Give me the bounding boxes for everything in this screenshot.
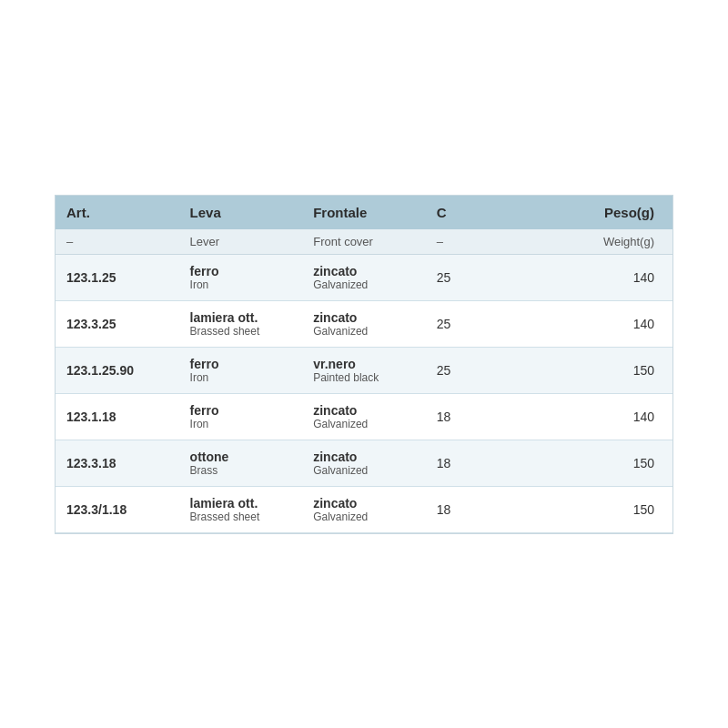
cell-frontale: vr.neroPainted black <box>302 347 426 393</box>
cell-peso: 140 <box>587 254 672 300</box>
cell-c: 25 <box>426 300 501 347</box>
subheader-leva: Lever <box>179 229 303 255</box>
subheader-frontale: Front cover <box>302 229 426 255</box>
header-c: C <box>426 196 501 229</box>
cell-empty <box>501 300 587 347</box>
cell-leva: ferroIron <box>179 393 303 440</box>
cell-peso: 150 <box>587 486 672 532</box>
header-peso: Peso(g) <box>587 196 672 229</box>
table-row: 123.3.25lamiera ott.Brassed sheetzincato… <box>56 300 672 347</box>
cell-art: 123.1.25 <box>56 254 179 300</box>
cell-c: 18 <box>426 486 501 532</box>
cell-leva: lamiera ott.Brassed sheet <box>179 486 303 532</box>
cell-art: 123.3/1.18 <box>56 486 179 532</box>
cell-frontale: zincatoGalvanized <box>302 254 426 300</box>
header-art: Art. <box>56 196 179 229</box>
subheader-empty <box>501 229 587 255</box>
cell-c: 25 <box>426 347 501 393</box>
table-row: 123.3/1.18lamiera ott.Brassed sheetzinca… <box>56 486 672 532</box>
cell-empty <box>501 254 587 300</box>
header-leva: Leva <box>179 196 303 229</box>
cell-frontale: zincatoGalvanized <box>302 300 426 347</box>
cell-frontale: zincatoGalvanized <box>302 393 426 440</box>
cell-c: 25 <box>426 254 501 300</box>
cell-frontale: zincatoGalvanized <box>302 486 426 532</box>
cell-art: 123.1.18 <box>56 393 179 440</box>
cell-peso: 140 <box>587 393 672 440</box>
cell-empty <box>501 486 587 532</box>
product-table: Art. Leva Frontale C Peso(g) – Lever Fro… <box>56 196 672 533</box>
cell-peso: 140 <box>587 300 672 347</box>
table-row: 123.1.18ferroIronzincatoGalvanized18140 <box>56 393 672 440</box>
cell-frontale: zincatoGalvanized <box>302 440 426 486</box>
cell-c: 18 <box>426 393 501 440</box>
subheader-art: – <box>56 229 179 255</box>
cell-empty <box>501 393 587 440</box>
header-empty <box>501 196 587 229</box>
cell-leva: ottoneBrass <box>179 440 303 486</box>
cell-peso: 150 <box>587 440 672 486</box>
subheader-peso: Weight(g) <box>587 229 672 255</box>
cell-art: 123.3.25 <box>56 300 179 347</box>
table-subheader-row: – Lever Front cover – Weight(g) <box>56 229 672 255</box>
table-row: 123.1.25.90ferroIronvr.neroPainted black… <box>56 347 672 393</box>
cell-leva: lamiera ott.Brassed sheet <box>179 300 303 347</box>
product-table-container: Art. Leva Frontale C Peso(g) – Lever Fro… <box>55 195 673 534</box>
cell-empty <box>501 347 587 393</box>
cell-c: 18 <box>426 440 501 486</box>
cell-art: 123.3.18 <box>56 440 179 486</box>
cell-empty <box>501 440 587 486</box>
table-row: 123.1.25ferroIronzincatoGalvanized25140 <box>56 254 672 300</box>
cell-peso: 150 <box>587 347 672 393</box>
cell-art: 123.1.25.90 <box>56 347 179 393</box>
header-frontale: Frontale <box>302 196 426 229</box>
table-header-row: Art. Leva Frontale C Peso(g) <box>56 196 672 229</box>
subheader-c: – <box>426 229 501 255</box>
cell-leva: ferroIron <box>179 347 303 393</box>
cell-leva: ferroIron <box>179 254 303 300</box>
table-row: 123.3.18ottoneBrasszincatoGalvanized1815… <box>56 440 672 486</box>
